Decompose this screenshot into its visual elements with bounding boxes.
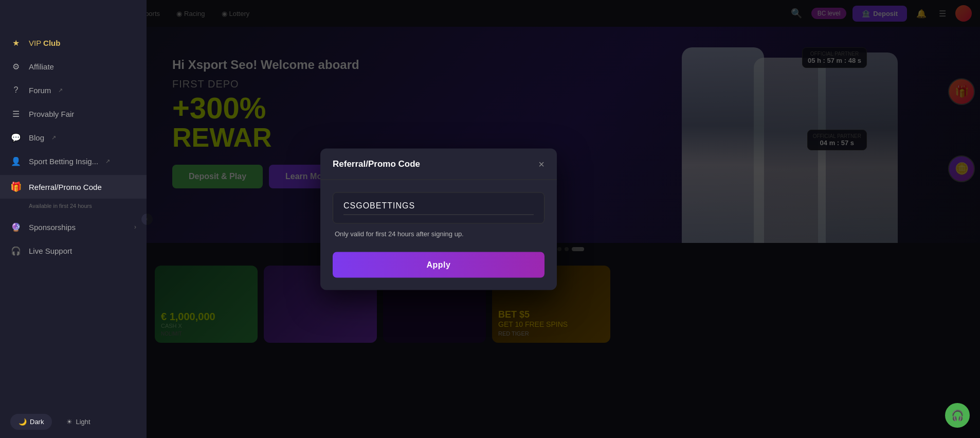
promo-code-container: CSGOBETTINGS (333, 192, 545, 223)
light-theme-button[interactable]: ☀ Light (58, 414, 98, 430)
sponsorships-icon: 🔮 (10, 221, 22, 233)
promo-code-value: CSGOBETTINGS (343, 201, 534, 210)
external-icon: ↗ (58, 87, 63, 94)
affiliate-icon: ⚙ (10, 61, 22, 72)
dark-label: Dark (30, 418, 44, 426)
promo-code-underline (343, 214, 534, 215)
sponsorships-label: Sponsorships (29, 223, 76, 232)
sun-icon: ☀ (66, 418, 72, 426)
forum-icon: ? (10, 84, 22, 96)
sidebar-item-live-support[interactable]: 🎧 Live Support (0, 239, 147, 262)
sidebar-item-blog[interactable]: 💬 Blog ↗ (0, 126, 147, 149)
blog-icon: 💬 (10, 132, 22, 143)
sports-insight-label: Sport Betting Insig... (29, 157, 98, 166)
modal-body: CSGOBETTINGS Only valid for first 24 hou… (320, 180, 557, 290)
blog-label: Blog (29, 133, 44, 142)
theme-switcher: 🌙 Dark ☀ Light (0, 406, 147, 438)
sidebar-item-affiliate[interactable]: ⚙ Affiliate (0, 55, 147, 78)
modal-title: Referral/Promo Code (333, 159, 420, 169)
vip-label: VIP Club (29, 39, 60, 47)
light-label: Light (76, 418, 90, 426)
headset-button[interactable]: 🎧 (945, 403, 970, 428)
modal-header: Referral/Promo Code × (320, 148, 557, 180)
sidebar: ★ VIP Club ⚙ Affiliate ? Forum ↗ ☰ Prova… (0, 0, 147, 438)
headset-icon: 🎧 (951, 409, 964, 422)
sports-external-icon: ↗ (105, 158, 110, 165)
sidebar-item-vip[interactable]: ★ VIP Club (0, 31, 147, 55)
dark-theme-button[interactable]: 🌙 Dark (10, 414, 52, 430)
live-support-icon: 🎧 (10, 245, 22, 256)
blog-external-icon: ↗ (51, 134, 56, 141)
apply-button[interactable]: Apply (333, 252, 545, 277)
moon-icon: 🌙 (19, 418, 27, 426)
live-support-label: Live Support (29, 247, 72, 255)
referral-promo-modal: Referral/Promo Code × CSGOBETTINGS Only … (320, 148, 557, 290)
sidebar-item-provably-fair[interactable]: ☰ Provably Fair (0, 102, 147, 126)
vip-icon: ★ (10, 37, 22, 48)
referral-label: Referral/Promo Code (29, 183, 102, 191)
affiliate-label: Affiliate (29, 62, 54, 71)
modal-overlay[interactable] (147, 0, 980, 438)
sidebar-item-forum[interactable]: ? Forum ↗ (0, 78, 147, 102)
referral-note: Available in first 24 hours (0, 201, 147, 215)
modal-close-button[interactable]: × (538, 159, 545, 169)
provably-icon: ☰ (10, 108, 22, 119)
forum-label: Forum (29, 86, 51, 95)
sidebar-item-referral[interactable]: 🎁 Referral/Promo Code (0, 175, 147, 199)
sidebar-item-sports-insights[interactable]: 👤 Sport Betting Insig... ↗ (0, 149, 147, 173)
sponsorships-chevron-icon: › (134, 223, 136, 231)
referral-icon: 🎁 (10, 181, 22, 192)
sidebar-item-sponsorships[interactable]: 🔮 Sponsorships › (0, 215, 147, 239)
promo-validity-text: Only valid for first 24 hours after sign… (333, 230, 545, 237)
provably-label: Provably Fair (29, 110, 74, 118)
sports-insight-icon: 👤 (10, 155, 22, 167)
